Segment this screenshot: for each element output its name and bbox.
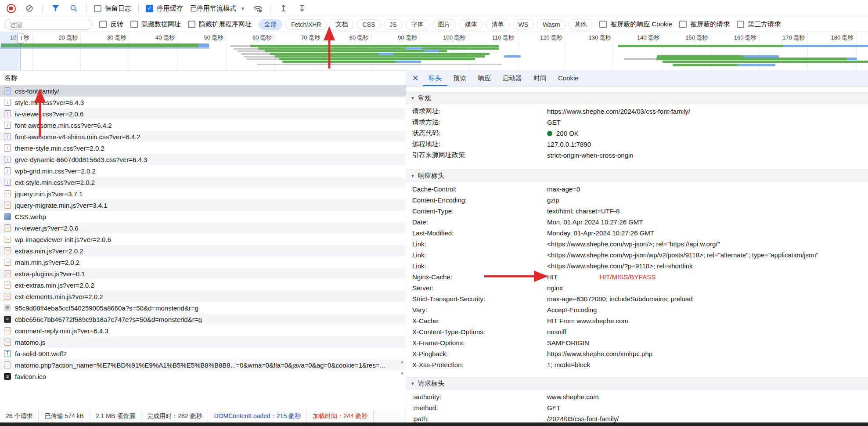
script-file-icon: <> <box>4 293 11 300</box>
filter-pill-Fetch/XHR[interactable]: Fetch/XHR <box>285 19 327 30</box>
tab-预览[interactable]: 预览 <box>447 70 472 86</box>
summary-item: 完成用时：282 毫秒 <box>141 409 208 422</box>
section-header-0[interactable]: ▼常规 <box>406 92 868 104</box>
request-row[interactable]: <>comment-reply.min.js?ver=6.4.3 <box>0 325 406 336</box>
tab-Cookie[interactable]: Cookie <box>552 70 584 86</box>
font-file-icon: T <box>4 350 11 357</box>
import-har-button[interactable]: ↥ <box>278 3 289 14</box>
search-button[interactable] <box>68 3 79 14</box>
overview-waterfall-bars <box>0 43 868 70</box>
export-har-button[interactable]: ↧ <box>296 3 308 14</box>
filter-pill-Wasm[interactable]: Wasm <box>537 19 565 30</box>
filter-input[interactable] <box>4 19 92 30</box>
preserve-log-checkbox[interactable]: 保留日志 <box>94 4 131 13</box>
network-overview-timeline[interactable]: 10 毫秒20 毫秒30 毫秒40 毫秒50 毫秒60 毫秒70 毫秒80 毫秒… <box>0 32 868 71</box>
request-row[interactable]: Tfa-solid-900.woff2 <box>0 348 406 359</box>
request-row[interactable]: <>iv-viewer.js?ver=2.0.6 <box>0 222 406 234</box>
chevron-down-icon: ▼ <box>241 6 245 11</box>
filter-pill-文档[interactable]: 文档 <box>330 19 353 30</box>
waterfall-bar <box>396 61 421 63</box>
third-party-requests-label: 第三方请求 <box>748 20 781 29</box>
filter-pill-CSS[interactable]: CSS <box>357 19 381 30</box>
request-row[interactable]: /style.min.css?ver=6.4.3 <box>0 97 406 108</box>
request-row[interactable]: /wpb-grid.min.css?ver=2.0.2 <box>0 165 406 177</box>
status-ok-dot <box>547 131 552 136</box>
request-row[interactable]: matomo.php?action_name=%E7%BD%91%E9%A1%B… <box>0 359 406 371</box>
close-details-button[interactable]: ✕ <box>409 73 422 83</box>
stylesheet-file-icon: / <box>4 133 11 140</box>
request-row[interactable]: <>matomo.js <box>0 336 406 348</box>
hide-data-urls-checkbox[interactable]: 隐藏数据网址 <box>130 20 181 29</box>
clear-button[interactable]: ⊘ <box>24 3 35 14</box>
header-row: 引荐来源网址政策:strict-origin-when-cross-origin <box>406 150 868 161</box>
tab-响应[interactable]: 响应 <box>472 70 497 86</box>
list-scrollbar[interactable]: ▲ ▼ <box>400 359 404 376</box>
section-header-2[interactable]: ▼请求标头 <box>406 377 868 390</box>
blocked-requests-checkbox[interactable]: 被屏蔽的请求 <box>679 20 730 29</box>
request-row[interactable]: Sfavicon.ico <box>0 371 406 382</box>
clear-icon: ⊘ <box>25 4 33 13</box>
section-header-1[interactable]: ▼响应标头 <box>406 170 868 182</box>
header-key: 请求方法: <box>412 118 547 126</box>
request-row[interactable]: <>main.min.js?ver=2.0.2 <box>0 256 406 268</box>
request-row[interactable]: /theme-style.min.css?ver=2.0.2 <box>0 142 406 154</box>
request-name: wp-imageviewer-init.js?ver=2.0.6 <box>15 236 111 243</box>
request-row[interactable]: /grve-dynamic-6607d0d8156d3.css?ver=6.4.… <box>0 154 406 165</box>
filter-pill-全部[interactable]: 全部 <box>259 19 282 30</box>
third-party-requests-checkbox[interactable]: 第三方请求 <box>737 20 781 29</box>
request-name: cbbe656c7bb46772f589c9b18a7c747e?s=50&d=… <box>15 316 202 323</box>
header-value: GET <box>547 119 561 126</box>
header-value: gzip <box>547 196 559 204</box>
tab-时间[interactable]: 时间 <box>528 70 552 86</box>
header-value-text: <https://www.shephe.com/?p=9118>; rel=sh… <box>547 262 693 270</box>
request-row[interactable]: <>ext-extras.min.js?ver=2.0.2 <box>0 279 406 291</box>
request-row[interactable]: <>wp-imageviewer-init.js?ver=2.0.6 <box>0 234 406 245</box>
network-conditions-button[interactable] <box>252 3 263 14</box>
request-row[interactable]: wcbbe656c7bb46772f589c9b18a7c747e?s=50&d… <box>0 314 406 325</box>
request-row[interactable]: ≡css-font-family/ <box>0 85 406 97</box>
invert-checkbox[interactable]: 反转 <box>99 20 123 29</box>
request-row[interactable]: <>jquery.min.js?ver=3.7.1 <box>0 188 406 199</box>
header-key: Content-Encoding: <box>412 196 547 204</box>
request-row[interactable]: /font-awesome-v4-shims.min.css?ver=6.4.2 <box>0 131 406 142</box>
scroll-down-icon[interactable]: ▼ <box>400 371 404 376</box>
header-value: max-age=63072000; includeSubdomains; pre… <box>547 295 693 303</box>
request-row[interactable]: /font-awesome.min.css?ver=6.4.2 <box>0 119 406 131</box>
filter-toggle-button[interactable] <box>50 3 61 14</box>
waterfall-bar <box>663 61 868 63</box>
filter-pill-其他[interactable]: 其他 <box>569 19 592 30</box>
filter-pill-JS[interactable]: JS <box>384 19 402 30</box>
request-row[interactable]: <>extras.min.js?ver=2.0.2 <box>0 245 406 256</box>
filter-pill-图片[interactable]: 图片 <box>432 19 456 30</box>
filter-pill-媒体[interactable]: 媒体 <box>459 19 483 30</box>
header-value-text: strict-origin-when-cross-origin <box>547 152 634 159</box>
filter-pill-清单[interactable]: 清单 <box>486 19 510 30</box>
throttling-dropdown[interactable]: 已停用节流模式 ▼ <box>190 4 245 13</box>
disable-cache-checkbox[interactable]: 停用缓存 <box>146 4 183 13</box>
blocked-response-cookies-checkbox[interactable]: 被屏蔽的响应 Cookie <box>599 20 672 29</box>
hide-extension-urls-checkbox[interactable]: 隐藏扩展程序网址 <box>188 20 252 29</box>
name-column-header[interactable]: 名称 <box>0 70 406 85</box>
waterfall-bar <box>0 47 210 49</box>
filter-pill-字体[interactable]: 字体 <box>406 19 429 30</box>
checkbox-checked-icon <box>146 5 153 12</box>
header-value: Accept-Encoding <box>547 306 597 314</box>
request-row[interactable]: 95c9d08ff4eba5ccf540259005a8660a?s=50&d=… <box>0 302 406 314</box>
tab-启动器[interactable]: 启动器 <box>497 70 528 86</box>
request-row[interactable]: <>jquery-migrate.min.js?ver=3.4.1 <box>0 199 406 211</box>
header-value: GET <box>547 404 561 412</box>
request-row[interactable]: /ext-style.min.css?ver=2.0.2 <box>0 177 406 188</box>
request-row[interactable]: /iv-viewer.css?ver=2.0.6 <box>0 108 406 119</box>
header-key: Strict-Transport-Security: <box>412 295 547 303</box>
header-value-text: https://www.shephe.com/xmlrpc.php <box>547 350 652 357</box>
request-row[interactable]: <>ext-elements.min.js?ver=2.0.2 <box>0 291 406 302</box>
filter-pill-WS[interactable]: WS <box>513 19 534 30</box>
tab-标头[interactable]: 标头 <box>423 70 447 86</box>
request-row[interactable]: CSS.webp <box>0 211 406 222</box>
request-name: ext-extras.min.js?ver=2.0.2 <box>15 282 94 289</box>
request-row[interactable]: <>extra-plugins.js?ver=0.1 <box>0 268 406 279</box>
header-row: Link:<https://www.shephe.com/?p=9118>; r… <box>406 260 868 271</box>
overview-selection-grip[interactable] <box>17 33 24 43</box>
record-button[interactable] <box>5 3 17 14</box>
scroll-up-icon[interactable]: ▲ <box>400 359 404 364</box>
